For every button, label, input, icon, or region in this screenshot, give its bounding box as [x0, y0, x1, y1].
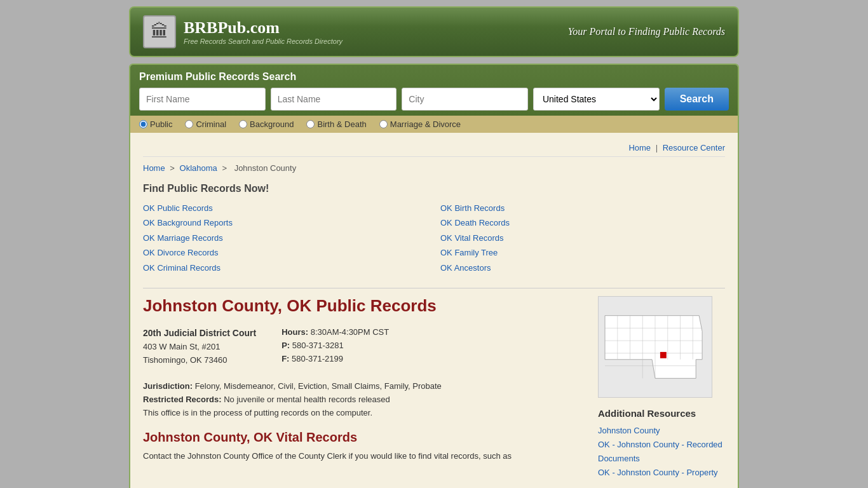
divider	[143, 288, 725, 288]
search-filters: Public Criminal Background Birth & Death…	[130, 116, 738, 133]
logo-icon: 🏛	[143, 15, 176, 48]
logo-text: BRBPub.com Free Records Search and Publi…	[184, 18, 342, 45]
breadcrumb-home[interactable]: Home	[143, 163, 165, 173]
filter-background[interactable]: Background	[239, 119, 294, 129]
restricted-label: Restricted Records:	[143, 395, 222, 404]
radio-background[interactable]	[239, 120, 247, 128]
records-left-col: OK Public Records OK Background Reports …	[143, 201, 428, 275]
records-grid: OK Public Records OK Background Reports …	[143, 201, 725, 275]
restricted-line: Restricted Records: No juvenile or menta…	[143, 393, 585, 407]
additional-resources: Additional Resources Johnston County OK …	[598, 408, 725, 480]
phone-value: 580-371-3281	[292, 341, 344, 350]
radio-marriage-divorce[interactable]	[379, 120, 388, 128]
link-ok-background[interactable]: OK Background Reports	[143, 218, 233, 227]
court-address-line2: Tishomingo, OK 73460	[143, 355, 227, 365]
fax-label: F:	[281, 354, 289, 363]
main-layout: Johnston County, OK Public Records 20th …	[143, 296, 725, 480]
breadcrumb-county: Johnston County	[234, 163, 297, 173]
link-ok-criminal[interactable]: OK Criminal Records	[143, 263, 220, 273]
map-container	[598, 296, 712, 398]
search-section: Premium Public Records Search United Sta…	[130, 65, 738, 133]
court-hours: Hours: 8:30AM-4:30PM CST P: 580-371-3281…	[281, 326, 389, 367]
filter-marriage-divorce[interactable]: Marriage & Divorce	[379, 119, 461, 129]
link-ok-birth[interactable]: OK Birth Records	[440, 203, 505, 213]
court-name: 20th Judicial District Court	[143, 328, 256, 338]
search-title: Premium Public Records Search	[139, 71, 729, 83]
breadcrumb-sep2: >	[222, 163, 229, 173]
court-address-line1: 403 W Main St, #201	[143, 342, 220, 351]
link-ok-family-tree[interactable]: OK Family Tree	[440, 248, 498, 257]
hours-value: 8:30AM-4:30PM CST	[311, 327, 390, 337]
radio-birth-death[interactable]	[306, 120, 315, 128]
main-content: Johnston County, OK Public Records 20th …	[143, 296, 585, 480]
phone-label: P:	[281, 341, 290, 350]
link-ok-public[interactable]: OK Public Records	[143, 203, 213, 213]
vital-records-section: Johnston County, OK Vital Records Contac…	[143, 430, 585, 463]
sidebar-link-property[interactable]: OK - Johnston County - Property	[598, 466, 725, 480]
link-ok-ancestors[interactable]: OK Ancestors	[440, 263, 491, 273]
jurisdiction-line: Jurisdiction: Felony, Misdemeanor, Civil…	[143, 380, 585, 393]
records-section: Find Public Records Now! OK Public Recor…	[143, 183, 725, 275]
building-icon: 🏛	[151, 23, 168, 41]
fax-value: 580-371-2199	[292, 354, 343, 363]
oklahoma-map-svg	[599, 297, 712, 397]
site-name: BRBPub.com	[184, 18, 342, 37]
radio-criminal[interactable]	[185, 120, 193, 128]
filter-birth-death[interactable]: Birth & Death	[306, 119, 366, 129]
search-inputs: United States Search	[139, 88, 729, 111]
main-container: Premium Public Records Search United Sta…	[129, 64, 739, 488]
jurisdiction-value: Felony, Misdemeanor, Civil, Eviction, Sm…	[195, 381, 442, 391]
svg-rect-14	[660, 352, 667, 358]
filter-criminal[interactable]: Criminal	[185, 119, 226, 129]
court-info-row: 20th Judicial District Court 403 W Main …	[143, 326, 585, 367]
first-name-input[interactable]	[139, 88, 266, 111]
computer-note: This office is in the process of putting…	[143, 407, 585, 420]
records-right-col: OK Birth Records OK Death Records OK Vit…	[440, 201, 725, 275]
filter-public[interactable]: Public	[139, 119, 172, 129]
additional-title: Additional Resources	[598, 408, 725, 419]
page-title: Johnston County, OK Public Records	[143, 296, 585, 316]
link-ok-divorce[interactable]: OK Divorce Records	[143, 248, 218, 257]
site-subtitle: Free Records Search and Public Records D…	[184, 37, 342, 45]
search-button[interactable]: Search	[665, 88, 729, 111]
sidebar-link-recorded-docs[interactable]: OK - Johnston County - Recorded Document…	[598, 438, 725, 466]
court-info: 20th Judicial District Court 403 W Main …	[143, 326, 585, 420]
logo-container: 🏛 BRBPub.com Free Records Search and Pub…	[143, 15, 342, 48]
breadcrumb-sep1: >	[170, 163, 177, 173]
top-nav-resource[interactable]: Resource Center	[663, 143, 725, 152]
link-ok-marriage[interactable]: OK Marriage Records	[143, 233, 223, 243]
last-name-input[interactable]	[271, 88, 397, 111]
sidebar-link-johnston[interactable]: Johnston County	[598, 424, 725, 438]
city-input[interactable]	[402, 88, 528, 111]
breadcrumb-state[interactable]: Oklahoma	[180, 163, 217, 173]
breadcrumb: Home > Oklahoma > Johnston County	[143, 163, 725, 173]
sidebar: Additional Resources Johnston County OK …	[598, 296, 725, 480]
sidebar-map	[598, 296, 725, 398]
country-select[interactable]: United States	[533, 88, 660, 111]
vital-text: Contact the Johnston County Office of th…	[143, 450, 585, 463]
radio-public[interactable]	[139, 120, 147, 128]
top-nav-separator: |	[656, 143, 660, 152]
restricted-value: No juvenile or mental health records rel…	[224, 395, 390, 404]
hours-label: Hours:	[281, 327, 308, 337]
content-area: Home | Resource Center Home > Oklahoma >…	[130, 133, 738, 488]
link-ok-vital[interactable]: OK Vital Records	[440, 233, 503, 243]
site-header: 🏛 BRBPub.com Free Records Search and Pub…	[129, 6, 739, 57]
jurisdiction-label: Jurisdiction:	[143, 381, 193, 391]
top-nav-home[interactable]: Home	[628, 143, 651, 152]
link-ok-death[interactable]: OK Death Records	[440, 218, 510, 227]
court-address: 20th Judicial District Court 403 W Main …	[143, 326, 256, 367]
top-nav: Home | Resource Center	[143, 139, 725, 157]
header-tagline: Your Portal to Finding Public Records	[568, 26, 725, 37]
vital-title: Johnston County, OK Vital Records	[143, 430, 585, 445]
records-title: Find Public Records Now!	[143, 183, 725, 194]
